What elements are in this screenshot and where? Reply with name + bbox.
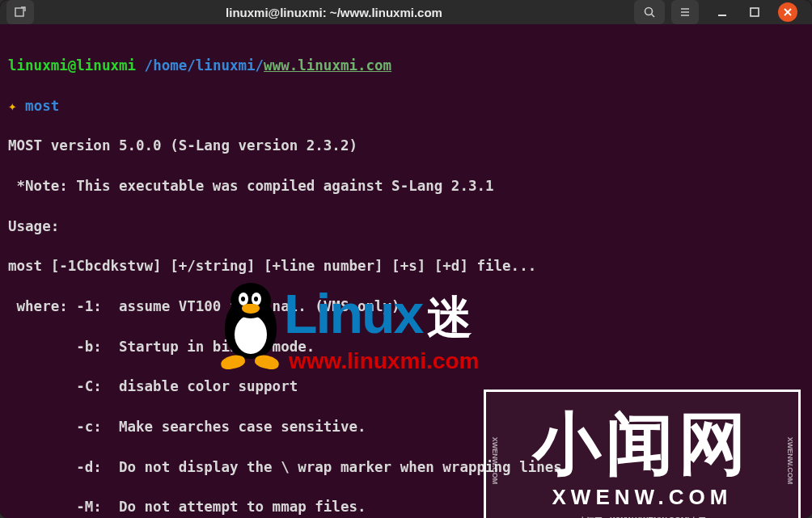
- output-line: Usage:: [8, 217, 804, 237]
- output-line: -c: Make searches case sensitive.: [8, 417, 804, 437]
- tux-logo-icon: [214, 281, 287, 370]
- minimize-button[interactable]: [713, 3, 731, 21]
- new-tab-icon: [14, 6, 27, 19]
- window-controls: [705, 2, 806, 22]
- close-button[interactable]: [778, 2, 797, 22]
- hamburger-icon: [679, 6, 691, 19]
- titlebar: linuxmi@linuxmi: ~/www.linuxmi.com: [0, 0, 812, 24]
- minimize-icon: [716, 6, 729, 19]
- maximize-button[interactable]: [746, 3, 763, 21]
- search-icon: [643, 6, 656, 19]
- terminal-viewport[interactable]: linuxmi@linuxmi /home/linuxmi/www.linuxm…: [0, 24, 812, 518]
- output-line: where: -1: assume VT100 terminal. (VMS o…: [8, 297, 804, 317]
- prompt-line-2: ✦ most: [8, 96, 804, 116]
- terminal-window: linuxmi@linuxmi: ~/www.linuxmi.com linux…: [0, 0, 812, 518]
- command-text: most: [25, 98, 59, 114]
- svg-rect-7: [751, 8, 759, 16]
- output-line: MOST version 5.0.0 (S-Lang version 2.3.2…: [8, 136, 804, 156]
- close-icon: [781, 6, 794, 19]
- svg-rect-0: [15, 8, 23, 16]
- output-line: -b: Startup in binary mode.: [8, 337, 804, 357]
- prompt-user-host: linuxmi@linuxmi: [8, 57, 136, 74]
- output-line: -M: Do not attempt to mmap files.: [8, 497, 804, 517]
- svg-point-1: [645, 8, 653, 15]
- new-tab-button[interactable]: [6, 0, 34, 24]
- prompt-line-1: linuxmi@linuxmi /home/linuxmi/www.linuxm…: [8, 56, 804, 76]
- menu-button[interactable]: [671, 0, 699, 24]
- output-line: *Note: This executable was compiled agai…: [8, 176, 804, 196]
- prompt-path-link: www.linuxmi.com: [264, 57, 391, 74]
- output-line: -C: disable color support: [8, 377, 804, 397]
- maximize-icon: [748, 6, 761, 19]
- prompt-symbol: ✦: [8, 98, 17, 114]
- output-line: -d: Do not display the \ wrap marker whe…: [8, 457, 804, 478]
- prompt-path-prefix: /home/linuxmi/: [145, 57, 264, 74]
- watermark-linuxmi: Linux 迷 www.linuxmi.com: [214, 275, 479, 377]
- output-line: most [-1Cbcdkstvw] [+/string] [+line num…: [8, 256, 804, 276]
- window-title: linuxmi@linuxmi: ~/www.linuxmi.com: [40, 6, 628, 19]
- search-button[interactable]: [634, 0, 665, 24]
- svg-line-2: [652, 15, 655, 18]
